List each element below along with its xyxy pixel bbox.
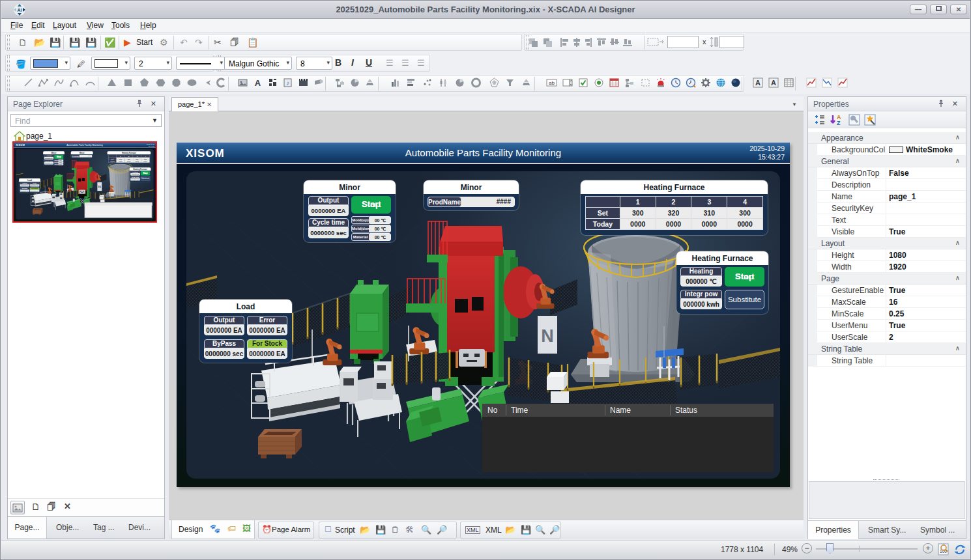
svg-text:N: N — [98, 184, 102, 189]
svg-text:ab: ab — [549, 80, 555, 86]
svg-text:A: A — [755, 79, 761, 87]
svg-text:♪: ♪ — [286, 79, 289, 87]
svg-text:Z: Z — [837, 120, 841, 126]
svg-text:A: A — [255, 78, 261, 88]
svg-text:A: A — [771, 79, 776, 87]
svg-text:N: N — [541, 326, 554, 346]
svg-text:AI: AI — [18, 8, 22, 12]
